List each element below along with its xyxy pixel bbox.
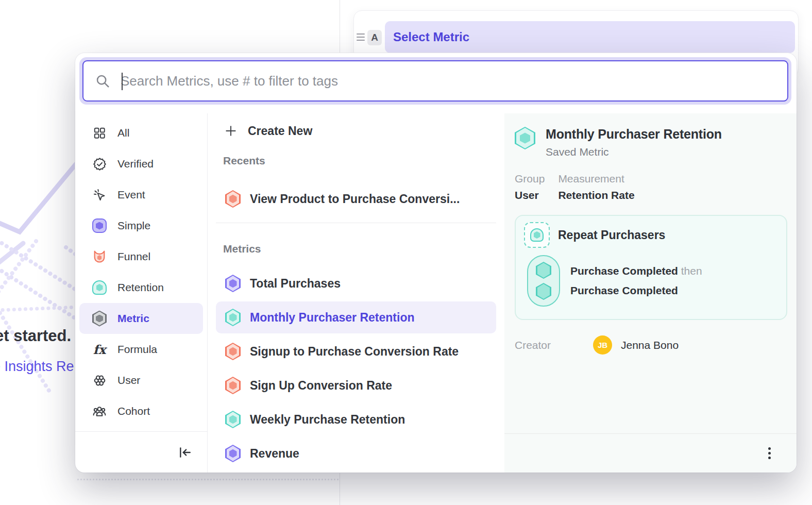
simple-square-icon	[92, 218, 107, 233]
funnel-icon	[92, 249, 107, 264]
select-metric-button[interactable]: Select Metric	[385, 21, 795, 53]
metrics-section-label: Metrics	[216, 243, 496, 257]
metric-item-label: Revenue	[250, 447, 299, 461]
detail-title: Monthly Purchaser Retention	[546, 127, 722, 142]
event-cursor-icon	[92, 187, 107, 203]
detail-meta: Group User Measurement Retention Rate	[515, 173, 787, 201]
collapse-sidebar-icon[interactable]	[178, 446, 192, 459]
definition-name: Repeat Purchasers	[558, 228, 665, 242]
search-icon	[95, 73, 110, 89]
detail-subtitle: Saved Metric	[546, 146, 722, 158]
measurement-label: Measurement	[558, 173, 634, 185]
cohort-people-icon	[92, 403, 107, 419]
metric-item-revenue[interactable]: Revenue	[216, 437, 496, 469]
metric-item-label: Signup to Purchase Conversion Rate	[250, 345, 459, 359]
sidebar-item-event[interactable]: Event	[79, 179, 203, 210]
select-metric-label: Select Metric	[393, 30, 469, 44]
metric-detail-panel: Monthly Purchaser Retention Saved Metric…	[504, 113, 797, 473]
sidebar-item-label: User	[117, 374, 140, 386]
verified-seal-icon	[92, 156, 107, 172]
metric-item-signup-to-purchase-conversion-rate[interactable]: Signup to Purchase Conversion Rate	[216, 335, 496, 367]
background-heading-fragment: et started.	[0, 327, 71, 345]
sidebar-item-cohort[interactable]: Cohort	[79, 396, 203, 427]
retention-arch-icon	[92, 280, 107, 295]
formula-fx-icon: fx	[92, 342, 107, 357]
creator-label: Creator	[515, 339, 593, 351]
background-link-fragment[interactable]: e Insights Re	[0, 359, 74, 375]
detail-panel-footer	[504, 433, 797, 473]
retention-definition-card: Repeat Purchasers Purchase Completed the…	[515, 215, 787, 320]
more-options-icon[interactable]	[765, 444, 774, 462]
event-sequence-capsule	[527, 255, 560, 307]
drag-handle-icon[interactable]	[357, 33, 365, 43]
search-input[interactable]	[121, 73, 787, 89]
retention-behavior-icon	[524, 222, 550, 248]
metric-item-total-purchases[interactable]: Total Purchases	[216, 267, 496, 299]
metric-list-column: Create New Recents View Product to Purch…	[208, 113, 504, 473]
recent-item-view-product-to-purchase[interactable]: View Product to Purchase Conversi...	[216, 188, 496, 210]
group-value: User	[515, 189, 545, 201]
metric-hexagon-icon	[92, 311, 107, 326]
metric-item-sign-up-conversion-rate[interactable]: Sign Up Conversion Rate	[216, 369, 496, 401]
sidebar-item-formula[interactable]: fx Formula	[79, 334, 203, 365]
metric-hexagon-icon	[225, 377, 241, 394]
metric-hexagon-icon	[225, 309, 241, 326]
sidebar-item-retention[interactable]: Retention	[79, 272, 203, 303]
sidebar-item-user[interactable]: User	[79, 365, 203, 396]
text-caret	[122, 73, 123, 90]
sidebar-footer	[75, 431, 207, 473]
sidebar-item-verified[interactable]: Verified	[79, 148, 203, 179]
sidebar-item-simple[interactable]: Simple	[79, 210, 203, 241]
sidebar-item-label: Formula	[117, 343, 157, 356]
sidebar-item-all[interactable]: All	[79, 117, 203, 148]
metric-item-label: Total Purchases	[250, 277, 341, 291]
grid-icon	[92, 125, 107, 141]
step-connector: then	[681, 265, 702, 277]
recents-section-label: Recents	[216, 155, 496, 169]
creator-avatar: JB	[593, 335, 612, 355]
saved-metric-hexagon-icon	[515, 127, 535, 149]
metric-item-label: Weekly Purchase Retention	[250, 413, 405, 427]
metric-item-weekly-purchase-retention[interactable]: Weekly Purchase Retention	[216, 403, 496, 435]
sidebar-item-label: Event	[117, 189, 145, 201]
metric-hexagon-icon	[225, 411, 241, 428]
plus-icon	[223, 124, 239, 138]
sidebar-item-label: Cohort	[117, 405, 150, 417]
user-cluster-icon	[92, 373, 107, 388]
sidebar-item-label: Metric	[117, 312, 149, 325]
definition-step-2: Purchase Completed	[570, 284, 702, 297]
event-hexagon-icon	[536, 262, 551, 279]
measurement-meta: Measurement Retention Rate	[558, 173, 634, 201]
background-dotted-line	[77, 479, 339, 480]
event-hexagon-icon	[536, 283, 551, 300]
create-new-label: Create New	[248, 124, 312, 138]
creator-name: Jenna Bono	[621, 339, 679, 351]
sidebar-item-label: Verified	[117, 158, 154, 170]
screen: et started. e Insights Re A Select Metri…	[0, 0, 812, 505]
sidebar-item-funnel[interactable]: Funnel	[79, 241, 203, 272]
metric-item-label: Sign Up Conversion Rate	[250, 379, 392, 393]
list-section-divider	[216, 223, 496, 223]
sidebar-item-label: Retention	[117, 281, 164, 294]
sidebar-item-metric[interactable]: Metric	[79, 303, 203, 334]
create-new-button[interactable]: Create New	[216, 120, 496, 142]
sidebar-item-label: All	[117, 127, 129, 139]
group-label: Group	[515, 173, 545, 185]
series-letter-badge: A	[367, 30, 382, 45]
type-filter-sidebar: All Verified	[75, 113, 207, 473]
sidebar-item-label: Simple	[117, 220, 150, 232]
metric-hexagon-icon	[225, 343, 241, 360]
metric-hexagon-icon	[225, 275, 241, 292]
definition-step-1: Purchase Completed then	[570, 265, 702, 277]
funnel-metric-hexagon-icon	[225, 190, 241, 208]
sidebar-item-label: Funnel	[117, 250, 150, 263]
metric-item-label: Monthly Purchaser Retention	[250, 311, 414, 325]
search-field[interactable]	[82, 60, 788, 102]
creator-row: Creator JB Jenna Bono	[515, 335, 787, 355]
metric-hexagon-icon	[225, 445, 241, 462]
search-focus-ring	[79, 57, 791, 105]
recent-item-label: View Product to Purchase Conversi...	[250, 192, 460, 206]
metrics-list: Total Purchases Monthly Purchaser Retent…	[216, 267, 496, 469]
metric-item-monthly-purchaser-retention[interactable]: Monthly Purchaser Retention	[216, 301, 496, 333]
group-meta: Group User	[515, 173, 545, 201]
